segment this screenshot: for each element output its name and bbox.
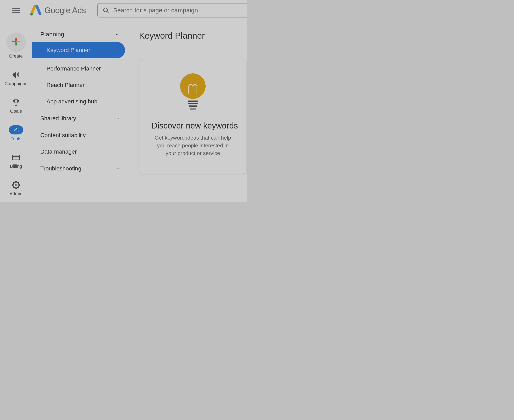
nav-section-shared-library[interactable]: Shared library (32, 110, 129, 127)
nav-item-keyword-planner[interactable]: Keyword Planner (32, 42, 125, 58)
tools-nav-panel: Planning Keyword Planner Performance Pla… (32, 21, 129, 202)
rail-label-campaigns: Campaigns (5, 81, 27, 86)
rail-item-admin[interactable]: Admin (5, 179, 27, 198)
google-ads-logo[interactable]: Google Ads (30, 5, 86, 16)
svg-line-2 (107, 11, 108, 13)
nav-label-shared-library: Shared library (40, 115, 76, 122)
nav-label-troubleshooting: Troubleshooting (40, 165, 81, 172)
lightbulb-icon (178, 72, 207, 111)
search-input[interactable] (113, 7, 242, 14)
card-title: Discover new keywords (151, 121, 234, 130)
rail-item-campaigns[interactable]: Campaigns (5, 69, 27, 88)
svg-rect-7 (13, 155, 19, 160)
svg-point-9 (15, 184, 17, 186)
rail-label-goals: Goals (10, 109, 22, 114)
nav-item-data-manager[interactable]: Data manager (32, 143, 129, 160)
create-button[interactable] (7, 32, 25, 51)
nav-item-content-suitability[interactable]: Content suitability (32, 127, 129, 143)
search-icon (103, 7, 109, 14)
planning-group-highlighted: Planning Keyword Planner (32, 27, 128, 60)
svg-rect-4 (15, 42, 17, 45)
chevron-up-icon (115, 32, 119, 36)
rail-item-tools[interactable]: Tools (5, 124, 27, 143)
svg-rect-14 (190, 108, 196, 110)
svg-rect-12 (188, 103, 197, 104)
svg-rect-11 (188, 101, 198, 102)
rail-label-admin: Admin (9, 191, 22, 196)
rail-label-tools: Tools (11, 136, 21, 142)
main-content: Keyword Planner Discover new keywords Ge… (129, 21, 247, 202)
svg-rect-13 (189, 105, 197, 107)
chevron-down-icon (116, 116, 121, 120)
card-description: Get keyword ideas that can help you reac… (151, 134, 234, 157)
rail-item-create[interactable]: Create (5, 31, 27, 60)
plus-icon (12, 38, 20, 46)
svg-point-0 (30, 13, 33, 16)
svg-rect-5 (12, 41, 16, 42)
left-rail: Create Campaigns Goals Tools (0, 21, 32, 202)
rail-item-goals[interactable]: Goals (5, 96, 27, 116)
gear-icon (12, 180, 21, 189)
nav-item-reach-planner[interactable]: Reach Planner (32, 77, 129, 93)
nav-section-planning[interactable]: Planning (32, 27, 128, 42)
rail-label-create: Create (9, 53, 23, 59)
discover-keywords-card[interactable]: Discover new keywords Get keyword ideas … (139, 59, 247, 174)
rail-label-billing: Billing (10, 164, 22, 169)
nav-item-performance-planner[interactable]: Performance Planner (32, 60, 129, 77)
svg-rect-3 (15, 38, 17, 41)
nav-section-troubleshooting[interactable]: Troubleshooting (32, 160, 129, 177)
tools-icon (13, 127, 19, 133)
tools-pill (9, 125, 23, 135)
search-bar[interactable] (97, 3, 247, 17)
trophy-icon (12, 98, 21, 107)
rail-item-billing[interactable]: Billing (5, 151, 27, 171)
nav-label-planning: Planning (40, 31, 64, 38)
svg-point-1 (103, 8, 107, 12)
app-header: Google Ads (0, 0, 247, 21)
chevron-down-icon (116, 166, 121, 171)
hamburger-menu-icon[interactable] (12, 7, 20, 14)
google-ads-logo-icon (30, 5, 42, 16)
logo-text: Google Ads (45, 6, 86, 15)
page-title: Keyword Planner (139, 31, 247, 41)
svg-rect-6 (16, 41, 20, 42)
megaphone-icon (12, 70, 21, 79)
card-icon (12, 153, 21, 162)
nav-item-app-advertising-hub[interactable]: App advertising hub (32, 93, 129, 110)
